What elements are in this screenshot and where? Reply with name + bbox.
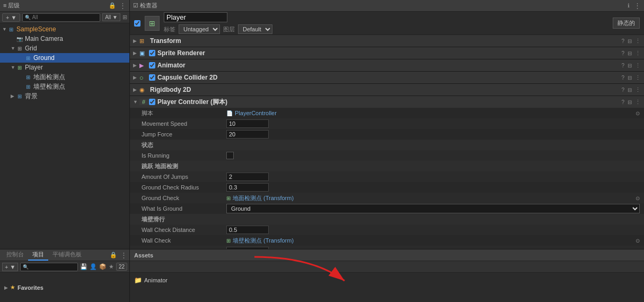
sprite-arrow: ▶ [133, 50, 139, 56]
component-player-controller: ▼ # Player Controller (脚本) ? ⊟ ⋮ 脚本 [130, 96, 644, 249]
expand-arrow-icon[interactable]: ▶ [4, 285, 8, 290]
menu-icon[interactable]: ⋮ [119, 2, 126, 10]
list-item[interactable]: ⊞ 地面检测点 [0, 72, 129, 82]
movement-speed-label: Movement Speed [142, 120, 226, 127]
static-button[interactable]: 静态的 [613, 18, 640, 29]
bottom-menu-icon[interactable]: ⋮ [120, 251, 127, 259]
assets-title: Assets [134, 252, 153, 258]
sprite-align-icon[interactable]: ⊟ [628, 50, 632, 56]
bg-icon: ⊞ [16, 92, 23, 100]
controller-icon: # [139, 99, 148, 105]
component-sprite-renderer-header[interactable]: ▶ ▣ Sprite Renderer ? ⊟ ⋮ [130, 47, 644, 59]
assets-breadcrumb: Assets [130, 249, 644, 261]
folder-label: Animator [144, 277, 167, 283]
tab-project[interactable]: 项目 [28, 249, 48, 261]
folder-item-animator[interactable]: 📁 Animator [134, 275, 640, 286]
script-value: 📄 PlayerController [226, 110, 636, 116]
inspector-menu-icon[interactable]: ⋮ [634, 2, 641, 10]
rigidbody-align-icon[interactable]: ⊟ [628, 87, 632, 93]
transform-menu-icon[interactable]: ⋮ [635, 38, 641, 45]
hierarchy-tree: ▼ ⊞ SampleScene 📷 Main Camera ▼ ⊞ Grid [0, 23, 129, 249]
movement-speed-input[interactable] [226, 119, 269, 128]
capsule-help-icon[interactable]: ? [621, 75, 624, 81]
animator-name: Animator [157, 62, 621, 69]
tab-tilemap[interactable]: 平铺调色板 [48, 249, 86, 261]
save-scene-icon[interactable]: 💾 [80, 263, 87, 270]
list-item[interactable]: ▶ ⊞ 背景 [0, 91, 129, 101]
component-rigidbody-header[interactable]: ▶ ◉ Rigidbody 2D ? ⊟ ⋮ [130, 84, 644, 96]
bottom-tabs-header: 控制台 项目 平铺调色板 🔒 ⋮ [0, 249, 129, 261]
tag-select[interactable]: Untagged [179, 24, 220, 34]
list-item[interactable]: ▼ ⊞ Grid [0, 44, 129, 53]
what-ground-select[interactable]: Ground [226, 204, 640, 213]
scene-icon: ⊞ [122, 14, 127, 21]
package-icon[interactable]: 📦 [99, 263, 107, 270]
field-row-is-running: Is Running [130, 150, 644, 161]
field-row-ground-check: Ground Check ⊞ 地面检测点 (Transform) ⊙ [130, 193, 644, 203]
script-goto-icon[interactable]: ⊙ [636, 110, 640, 116]
add-bottom-button[interactable]: + ▼ [2, 263, 18, 271]
controller-checkbox[interactable] [149, 99, 155, 105]
capsule-checkbox[interactable] [149, 74, 155, 81]
component-animator-header[interactable]: ▶ ▶ Animator ? ⊟ ⋮ [130, 59, 644, 71]
component-capsule-collider-header[interactable]: ▶ ○ Capsule Collider 2D ? ⊟ ⋮ [130, 72, 644, 83]
transform-help-icon[interactable]: ? [621, 38, 624, 44]
animator-help-icon[interactable]: ? [621, 63, 624, 68]
ground-check-goto-icon[interactable]: ⊙ [636, 195, 640, 201]
wall-check-goto-icon[interactable]: ⊙ [636, 238, 640, 244]
rigidbody-menu-icon[interactable]: ⋮ [635, 87, 641, 93]
lock-icon[interactable]: 🔒 [109, 2, 116, 9]
controller-help-icon[interactable]: ? [621, 99, 624, 105]
animator-checkbox[interactable] [149, 62, 155, 68]
field-row-amount-jumps: Amount Of Jumps [130, 171, 644, 182]
wall-check-ref: ⊞ 墙壁检测点 (Transform) [226, 237, 636, 245]
bottom-lock-icon[interactable]: 🔒 [110, 252, 117, 258]
is-running-checkbox[interactable] [226, 152, 234, 159]
amount-jumps-input[interactable] [226, 172, 269, 181]
controller-menu-icon[interactable]: ⋮ [635, 99, 641, 106]
folder-icon: 📁 [134, 277, 142, 284]
wall-check-label: 墙壁检测点 [33, 82, 65, 91]
ground-check-ref-icon: ⊞ [226, 195, 231, 201]
list-item[interactable]: ▼ ⊞ SampleScene [0, 24, 129, 34]
animator-menu-icon[interactable]: ⋮ [635, 62, 641, 69]
list-item[interactable]: ⊞ 墙壁检测点 [0, 82, 129, 91]
filter-button[interactable]: All ▼ [102, 13, 120, 21]
star-icon[interactable]: ★ [109, 263, 114, 270]
wall-check-distance-input[interactable] [226, 226, 269, 234]
add-button[interactable]: + ▼ [2, 13, 20, 22]
controller-align-icon[interactable]: ⊟ [628, 99, 632, 105]
controller-fields: 脚本 📄 PlayerController ⊙ Movement Speed [130, 108, 644, 249]
tab-console[interactable]: 控制台 [2, 249, 28, 261]
capsule-align-icon[interactable]: ⊟ [628, 75, 632, 81]
list-item[interactable]: 📷 Main Camera [0, 34, 129, 44]
component-transform-header[interactable]: ▶ ⊞ Transform ? ⊟ ⋮ [130, 35, 644, 47]
search-input[interactable] [32, 14, 98, 20]
rigidbody-help-icon[interactable]: ? [621, 87, 624, 93]
player-name-input[interactable] [164, 12, 227, 22]
ground-check-radius-input[interactable] [226, 183, 269, 192]
ground-check-ref-value: 地面检测点 (Transform) [233, 194, 294, 202]
active-checkbox[interactable] [134, 20, 140, 27]
animator-align-icon[interactable]: ⊟ [628, 63, 632, 68]
jump-force-input[interactable] [226, 130, 269, 139]
grid-icon: ⊞ [16, 45, 23, 52]
sprite-checkbox[interactable] [149, 50, 155, 56]
bottom-right-panel: Assets 📁 Animator [130, 249, 644, 302]
component-player-controller-header[interactable]: ▼ # Player Controller (脚本) ? ⊟ ⋮ [130, 96, 644, 108]
capsule-menu-icon[interactable]: ⋮ [635, 74, 641, 81]
layer-select[interactable]: Default [238, 24, 272, 34]
rigidbody-name: Rigidbody 2D [150, 86, 621, 93]
list-item[interactable]: ⊞ Ground [0, 53, 129, 63]
bottom-search-input[interactable] [29, 264, 75, 270]
hierarchy-header: ≡ 层级 🔒 ⋮ [0, 0, 129, 12]
transform-align-icon[interactable]: ⊟ [628, 38, 632, 44]
bottom-search-icon: 🔍 [23, 264, 29, 270]
sprite-name: Sprite Renderer [157, 49, 621, 57]
animator-arrow: ▶ [133, 63, 139, 68]
person-icon[interactable]: 👤 [90, 263, 97, 270]
list-item[interactable]: ▼ ⊞ Player [0, 63, 129, 72]
sprite-help-icon[interactable]: ? [621, 50, 624, 56]
player-obj-icon: ⊞ [145, 16, 160, 31]
sprite-menu-icon[interactable]: ⋮ [635, 50, 641, 57]
